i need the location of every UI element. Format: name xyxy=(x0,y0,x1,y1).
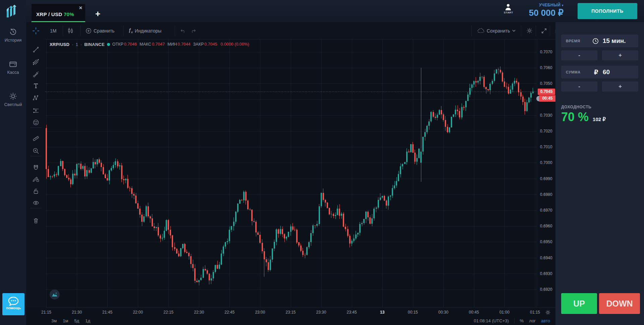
price-tick: 0.7030 xyxy=(540,113,552,118)
time-tick: 22:15 xyxy=(163,310,173,315)
brush-tool-icon[interactable] xyxy=(33,71,39,77)
account-button[interactable]: START xyxy=(504,3,513,14)
toolbar-divider xyxy=(30,156,42,156)
save-button[interactable]: Сохранить xyxy=(477,22,516,39)
zoom-in-tool-icon[interactable] xyxy=(33,148,39,154)
payout-row: 70 % 102 ₽ xyxy=(561,110,606,124)
sidebar-item-sun[interactable]: Светлый xyxy=(0,92,26,107)
price-tick: 0.6960 xyxy=(540,224,552,228)
legend-ohlc: ОТКР0.7046 МАКС0.7047 МИН0.7044 ЗАКР0.70… xyxy=(112,42,249,47)
drawing-sync-tool-icon[interactable] xyxy=(33,176,39,182)
time-plus-button[interactable]: + xyxy=(602,50,638,60)
time-tick: 00:15 xyxy=(408,310,418,315)
time-tick: 01:00 xyxy=(499,310,509,315)
forecast-tool-icon[interactable] xyxy=(33,107,39,114)
ruler-tool-icon[interactable] xyxy=(33,135,39,142)
time-tick: 00:45 xyxy=(469,310,479,315)
payout-amount: 102 ₽ xyxy=(593,116,606,122)
chart-plot[interactable] xyxy=(45,40,537,307)
legend-interval: 1 xyxy=(76,42,78,47)
market-status-icon xyxy=(107,43,110,46)
price-tick: 0.6970 xyxy=(540,208,552,213)
countdown-badge: 00:45 xyxy=(539,95,556,102)
trash-tool-icon[interactable] xyxy=(33,217,39,224)
range-button-1д[interactable]: 1д xyxy=(85,318,90,323)
down-button[interactable]: DOWN xyxy=(599,293,640,314)
time-tick-day: 13 xyxy=(380,310,384,315)
percent-scale-button[interactable]: % xyxy=(520,318,524,323)
sidebar-item-history[interactable]: История xyxy=(0,28,26,43)
range-button-1м[interactable]: 1м xyxy=(63,318,68,323)
eye-tool-icon[interactable] xyxy=(33,200,39,206)
chevron-down-icon xyxy=(512,30,516,32)
magnet-tool-icon[interactable] xyxy=(33,164,39,171)
up-button[interactable]: UP xyxy=(561,293,597,314)
sun-icon xyxy=(0,92,26,101)
account-balance: 50 000 ₽ xyxy=(529,8,564,18)
price-tick: 0.7060 xyxy=(540,65,552,70)
amount-selector[interactable]: СУММА ₽ 60 xyxy=(561,66,638,78)
time-tick: 23:30 xyxy=(316,310,326,315)
legend-exchange: BINANCE xyxy=(84,42,105,47)
gann-fan-tool-icon[interactable] xyxy=(33,59,39,65)
tab-label: XRP / USD 70% xyxy=(36,11,74,17)
price-axis[interactable]: 0.7045 00:45 0.70700.70600.70500.70400.7… xyxy=(537,40,555,307)
crosshair-tool[interactable] xyxy=(26,22,45,40)
sidebar-item-wallet[interactable]: Касса xyxy=(0,60,26,75)
range-button-5д[interactable]: 5д xyxy=(74,318,79,323)
price-tick: 0.7070 xyxy=(540,50,552,54)
help-label: помощь xyxy=(2,306,24,310)
range-presets: 3м1м5д1д xyxy=(51,318,90,323)
price-tick: 0.6980 xyxy=(540,192,552,197)
add-tab-button[interactable]: + xyxy=(95,10,100,17)
payout-percent: 70 % xyxy=(561,110,589,124)
app-logo[interactable] xyxy=(5,4,21,19)
undo-button[interactable] xyxy=(180,22,186,39)
log-scale-button[interactable]: лог xyxy=(529,318,536,323)
interval-button[interactable]: 1М xyxy=(50,22,56,39)
emoji-tool-icon[interactable] xyxy=(33,119,39,126)
time-value: 15 мин. xyxy=(603,37,626,45)
time-minus-button[interactable]: - xyxy=(561,50,597,60)
amount-value: 60 xyxy=(603,68,610,76)
chart-legend[interactable]: XRP/USD · 1 · BINANCE ОТКР0.7046 МАКС0.7… xyxy=(50,41,249,48)
drawing-toolbar xyxy=(26,40,45,307)
indicators-button[interactable]: ƒx Индикаторы xyxy=(128,22,161,39)
text-tool-icon[interactable] xyxy=(33,83,39,89)
axis-settings-icon[interactable] xyxy=(545,310,551,315)
time-tick: 22:45 xyxy=(224,310,234,315)
trade-panel: ВРЕМЯ 15 мин. - + СУММА ₽ 60 - + ДОХОДНО… xyxy=(555,22,644,325)
clock-label[interactable]: 01:08:14 (UTC+3) xyxy=(474,318,508,323)
account-start-label: START xyxy=(504,11,513,14)
fullscreen-button[interactable] xyxy=(541,22,547,39)
time-axis[interactable]: 21:1521:3021:4522:0022:1522:3022:4523:00… xyxy=(45,307,555,317)
trend-line-tool-icon[interactable] xyxy=(33,46,39,53)
auto-scale-button[interactable]: авто xyxy=(541,318,550,323)
sidebar-item-label: Светлый xyxy=(0,102,26,107)
time-tick: 21:30 xyxy=(72,310,82,315)
account-type[interactable]: УЧЕБНЫЙ ▾ xyxy=(529,3,564,7)
compare-button[interactable]: Сравнить xyxy=(86,22,114,39)
tab-close-icon[interactable]: ✕ xyxy=(79,5,83,10)
clock-icon xyxy=(592,38,599,44)
help-button[interactable]: помощь xyxy=(2,293,24,315)
candle-style-button[interactable] xyxy=(67,22,73,39)
account-info[interactable]: УЧЕБНЫЙ ▾ 50 000 ₽ xyxy=(529,3,564,18)
legend-symbol: XRP/USD xyxy=(50,42,69,47)
current-price-badge: 0.7045 xyxy=(538,89,555,95)
xabcd-pattern-tool-icon[interactable] xyxy=(33,95,39,101)
chart-settings-button[interactable] xyxy=(526,22,533,39)
toolbar-divider xyxy=(30,127,42,128)
price-tick: 0.7020 xyxy=(540,129,552,133)
lock-tool-icon[interactable] xyxy=(33,188,39,195)
amount-minus-button[interactable]: - xyxy=(561,82,597,92)
time-selector[interactable]: ВРЕМЯ 15 мин. xyxy=(561,35,638,47)
time-tick: 22:30 xyxy=(194,310,204,315)
broker-logo-button[interactable] xyxy=(50,289,60,300)
range-button-3м[interactable]: 3м xyxy=(51,318,57,323)
deposit-button[interactable]: ПОПОЛНИТЬ xyxy=(578,3,637,19)
amount-plus-button[interactable]: + xyxy=(602,82,638,92)
tab-xrp-usd[interactable]: XRP / USD 70% ✕ xyxy=(32,4,85,22)
chevron-down-icon: ▾ xyxy=(562,4,564,7)
redo-button[interactable] xyxy=(190,22,196,39)
